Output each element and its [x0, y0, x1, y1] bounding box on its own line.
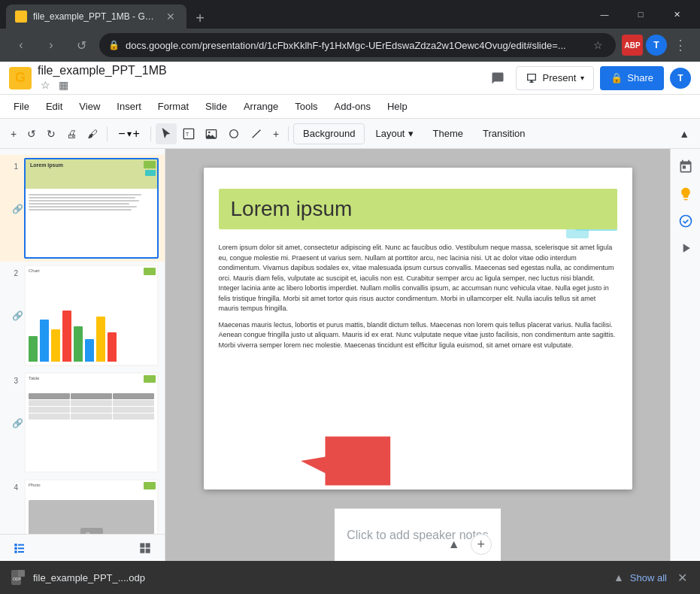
- reload-button[interactable]: ↺: [69, 33, 93, 57]
- slide-canvas[interactable]: Lorem ipsum Lorem ipsum dolor sit amet, …: [204, 168, 632, 489]
- new-tab-button[interactable]: +: [189, 8, 211, 29]
- slide-item-2[interactable]: 2 Chart: [0, 262, 165, 368]
- add-slide-toolbar-button[interactable]: +: [6, 123, 21, 144]
- menu-slide[interactable]: Slide: [198, 98, 235, 115]
- slide-thumb-2[interactable]: Chart: [24, 265, 159, 365]
- star-icon[interactable]: ☆: [38, 77, 53, 92]
- more-options-button[interactable]: ⋮: [670, 35, 691, 56]
- redo-button[interactable]: ↻: [42, 123, 60, 144]
- slide-thumbnails: 1 Lorem ipsum: [0, 149, 165, 534]
- slide-item-3[interactable]: 3 Table: [0, 369, 165, 476]
- toolbar-divider-1: [107, 126, 108, 141]
- text-box-button[interactable]: T: [178, 123, 199, 144]
- slide-3-inner: Table: [26, 374, 157, 471]
- user-avatar[interactable]: T: [670, 68, 691, 89]
- minimize-button[interactable]: —: [587, 0, 622, 29]
- menu-help[interactable]: Help: [380, 98, 415, 115]
- slide-title-bar[interactable]: Lorem ipsum: [219, 189, 617, 229]
- show-all-button[interactable]: Show all: [630, 572, 667, 583]
- notes-expand-button[interactable]: ▲: [444, 534, 465, 555]
- background-button[interactable]: Background: [293, 123, 365, 144]
- docs-title-section: file_example_PPT_1MB ☆ ▦: [38, 64, 167, 92]
- slide-3-green-block: [144, 375, 156, 383]
- drive-icon[interactable]: ▦: [56, 77, 71, 92]
- layout-button[interactable]: Layout ▾: [366, 123, 422, 144]
- slide-number-1: 1: [6, 158, 18, 171]
- tasks-sidebar-button[interactable]: [674, 209, 698, 233]
- add-button[interactable]: +: [268, 123, 283, 144]
- slide-number-4: 4: [6, 479, 18, 492]
- tab-favicon: [15, 11, 27, 23]
- browser-right-icons: ABP T ⋮: [622, 35, 691, 56]
- menu-arrange[interactable]: Arrange: [236, 98, 286, 115]
- download-filename: file_example_PPT_....odp: [33, 572, 608, 583]
- forward-button[interactable]: ›: [39, 33, 63, 57]
- grid-view-button[interactable]: [135, 538, 156, 559]
- close-button[interactable]: ✕: [659, 0, 694, 29]
- slide-3-container: Table: [24, 372, 159, 473]
- play-sidebar-button[interactable]: [674, 236, 698, 260]
- back-button[interactable]: ‹: [9, 33, 33, 57]
- comment-button[interactable]: [486, 66, 510, 90]
- collapse-toolbar-button[interactable]: ▲: [674, 123, 694, 144]
- download-chevron-button[interactable]: ▲: [614, 571, 624, 583]
- zoom-in-icon[interactable]: +: [133, 127, 140, 141]
- svg-text:T: T: [186, 131, 189, 136]
- download-bar-close-button[interactable]: ✕: [673, 568, 691, 586]
- window-controls: — □ ✕: [587, 0, 700, 29]
- docs-icons-row: ☆ ▦: [38, 77, 167, 92]
- tab-close-button[interactable]: ✕: [164, 10, 177, 23]
- bookmark-icon[interactable]: ☆: [589, 36, 607, 54]
- url-bar[interactable]: 🔒 docs.google.com/presentation/d/1cFbxKk…: [99, 33, 616, 57]
- zoom-control[interactable]: − ▾ +: [112, 123, 146, 144]
- svg-rect-16: [140, 548, 144, 553]
- menu-format[interactable]: Format: [150, 98, 196, 115]
- line-button[interactable]: [246, 123, 267, 144]
- maximize-button[interactable]: □: [623, 0, 658, 29]
- select-tool-button[interactable]: [156, 123, 177, 144]
- menu-insert[interactable]: Insert: [109, 98, 149, 115]
- slides-panel: 1 Lorem ipsum: [0, 149, 165, 561]
- slide-1-teal-block: [145, 170, 156, 176]
- svg-rect-14: [140, 543, 144, 547]
- slide-3-table-label: Table: [29, 376, 39, 380]
- menu-file[interactable]: File: [6, 98, 37, 115]
- link-icon-3: 🔗: [12, 418, 23, 429]
- image-button[interactable]: [201, 123, 222, 144]
- calendar-sidebar-button[interactable]: [674, 155, 698, 179]
- slide-3-table: [29, 393, 154, 468]
- paint-format-button[interactable]: 🖌: [83, 123, 102, 144]
- slide-2-chart-label: Chart: [29, 268, 40, 273]
- layout-dropdown-icon: ▾: [408, 128, 414, 139]
- list-view-button[interactable]: [9, 538, 30, 559]
- menu-addons[interactable]: Add-ons: [327, 98, 378, 115]
- present-button[interactable]: Present ▾: [516, 66, 594, 90]
- slide-item-4[interactable]: 4 Photo: [0, 476, 165, 534]
- shape-button[interactable]: [223, 123, 244, 144]
- transition-button[interactable]: Transition: [474, 123, 535, 144]
- print-button[interactable]: 🖨: [62, 123, 81, 144]
- active-tab[interactable]: file_example_PPT_1MB - Google ... ✕: [6, 5, 186, 29]
- slide-thumb-1[interactable]: Lorem ipsum: [24, 158, 159, 259]
- present-dropdown-arrow[interactable]: ▾: [580, 74, 584, 82]
- slide-item-1[interactable]: 1 Lorem ipsum: [0, 155, 165, 262]
- menu-view[interactable]: View: [71, 98, 108, 115]
- slide-thumb-3[interactable]: Table: [24, 372, 159, 473]
- undo-button[interactable]: ↺: [23, 123, 41, 144]
- share-button[interactable]: 🔒 Share: [600, 66, 664, 90]
- menu-edit[interactable]: Edit: [38, 98, 70, 115]
- slide-thumb-4[interactable]: Photo: [24, 479, 159, 534]
- profile-avatar[interactable]: T: [646, 35, 667, 56]
- speaker-notes-area[interactable]: Click to add speaker notes ▲ +: [335, 508, 501, 561]
- notes-add-button[interactable]: +: [471, 534, 492, 555]
- menu-tools[interactable]: Tools: [287, 98, 325, 115]
- slide-2-inner: Chart: [26, 266, 157, 364]
- theme-button[interactable]: Theme: [424, 123, 472, 144]
- link-icon-2: 🔗: [12, 311, 23, 321]
- slide-4-green-block: [144, 482, 156, 489]
- lightbulb-sidebar-button[interactable]: [674, 182, 698, 206]
- layout-label: Layout: [375, 128, 405, 139]
- present-label: Present: [542, 72, 576, 83]
- zoom-out-icon[interactable]: −: [118, 127, 125, 141]
- tab-title: file_example_PPT_1MB - Google ...: [33, 11, 158, 22]
